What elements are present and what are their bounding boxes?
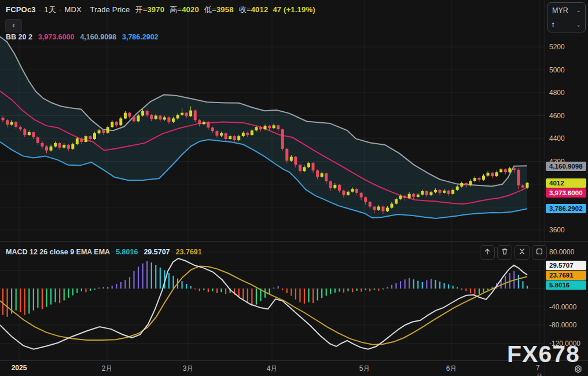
pane-divider[interactable] xyxy=(0,241,588,242)
price-tick: 4400 xyxy=(549,134,565,143)
bb-indicator-header[interactable]: BB 20 23,973.60004,160.90983,786.2902 xyxy=(6,33,159,41)
exchange-label: MDX xyxy=(64,5,82,14)
time-tick: 5月 xyxy=(359,364,370,374)
series-type-label: Trade Price xyxy=(90,5,130,14)
price-tick: 4800 xyxy=(549,89,565,97)
ohlc-values: 开=3970高=4020低=3958收=4012 xyxy=(130,5,268,14)
macd-tick: -40.0000 xyxy=(549,303,576,311)
chevron-left-icon: ‹ xyxy=(12,20,15,30)
symbol-name[interactable]: FCPOc3 xyxy=(6,5,36,14)
currency-option-label: t xyxy=(552,21,554,29)
macd-pane-toolbar xyxy=(480,245,547,260)
price-tick: 5200 xyxy=(549,43,565,51)
price-tag: 4012 xyxy=(546,178,586,188)
separator-dot: · xyxy=(56,5,65,14)
maximize-pane-icon xyxy=(535,247,543,258)
axis-settings-gear-icon[interactable] xyxy=(573,364,583,374)
maximize-pane-button[interactable] xyxy=(532,245,547,260)
indicator-value: 29.5707 xyxy=(138,248,170,256)
ohlc-value: 3958 xyxy=(216,5,234,14)
collapse-pane-icon xyxy=(518,247,526,258)
trading-chart-app: FX678 FCPOc3·1天·MDX·Trade Price开=3970高=4… xyxy=(0,0,588,376)
delete-indicator-icon xyxy=(501,247,509,258)
chevron-down-icon: ⌄ xyxy=(576,21,581,28)
price-tag: 23.7691 xyxy=(546,271,586,280)
macd-tick: 80.0000 xyxy=(549,248,574,256)
price-axis[interactable]: 520050004800460044004200360080.0000-40.0… xyxy=(545,0,588,360)
move-pane-up-icon xyxy=(483,247,491,258)
separator-dot: · xyxy=(82,5,90,14)
time-tick: 6月 xyxy=(446,364,457,374)
indicator-value: 5.8016 xyxy=(110,248,138,256)
time-tick: 3月 xyxy=(183,364,194,374)
ohlc-value: 4012 xyxy=(251,5,269,14)
collapse-pane-button[interactable] xyxy=(514,245,530,260)
price-tick: 5000 xyxy=(549,66,565,74)
indicator-value: 4,160.9098 xyxy=(74,33,116,41)
time-tick: 2025 xyxy=(12,364,27,372)
price-tag: 4,160.9098 xyxy=(546,162,586,171)
ohlc-label: 高= xyxy=(164,5,182,14)
separator-dot: · xyxy=(36,5,45,14)
indicator-value: 3,973.6000 xyxy=(32,33,75,41)
move-pane-up-button[interactable] xyxy=(480,245,495,260)
price-tag: 3,973.6000 xyxy=(546,188,586,198)
price-tag: 29.5707 xyxy=(546,261,586,270)
ohlc-label: 收= xyxy=(234,5,251,14)
back-button[interactable]: ‹ xyxy=(5,19,22,32)
price-tick: 3600 xyxy=(549,226,565,234)
price-tag: 3,786.2902 xyxy=(546,204,586,213)
ohlc-label: 低= xyxy=(199,5,216,14)
bb-indicator-label[interactable]: BB 20 2 xyxy=(6,33,32,41)
time-tick: 7月 xyxy=(536,364,543,376)
macd-indicator-values: 5.801629.570723.7691 xyxy=(110,248,202,256)
macd-tick: -120.0000 xyxy=(549,340,580,348)
macd-indicator-header[interactable]: MACD 12 26 close 9 EMA EMA5.801629.57072… xyxy=(6,248,202,256)
macd-line xyxy=(0,258,527,349)
time-tick: 4月 xyxy=(267,364,278,374)
indicator-value: 23.7691 xyxy=(170,248,202,256)
price-tick: 4600 xyxy=(549,112,565,120)
ohlc-value: 3970 xyxy=(147,5,164,14)
price-tag: 5.8016 xyxy=(546,280,586,290)
currency-selector: MYR ⌄t ⌄ xyxy=(547,2,586,32)
time-axis[interactable]: 20252月3月4月5月6月7月 xyxy=(0,360,545,376)
bb-indicator-values: 3,973.60004,160.90983,786.2902 xyxy=(32,33,159,41)
change-value: 47 (+1.19%) xyxy=(268,5,315,14)
currency-option-t[interactable]: t ⌄ xyxy=(548,17,585,32)
currency-option-MYR[interactable]: MYR ⌄ xyxy=(548,3,585,17)
ohlc-label: 开= xyxy=(130,5,147,14)
price-macd-chart-canvas[interactable] xyxy=(0,0,545,360)
symbol-header: FCPOc3·1天·MDX·Trade Price开=3970高=4020低=3… xyxy=(6,5,315,15)
delete-indicator-button[interactable] xyxy=(497,245,512,260)
time-tick: 2月 xyxy=(102,364,113,374)
currency-option-label: MYR xyxy=(552,6,568,14)
chevron-down-icon: ⌄ xyxy=(576,7,581,13)
ohlc-value: 4020 xyxy=(182,5,199,14)
indicator-value: 3,786.2902 xyxy=(116,33,159,41)
macd-indicator-label[interactable]: MACD 12 26 close 9 EMA EMA xyxy=(6,248,110,256)
macd-tick: -80.0000 xyxy=(549,321,576,329)
interval-label[interactable]: 1天 xyxy=(44,5,56,14)
